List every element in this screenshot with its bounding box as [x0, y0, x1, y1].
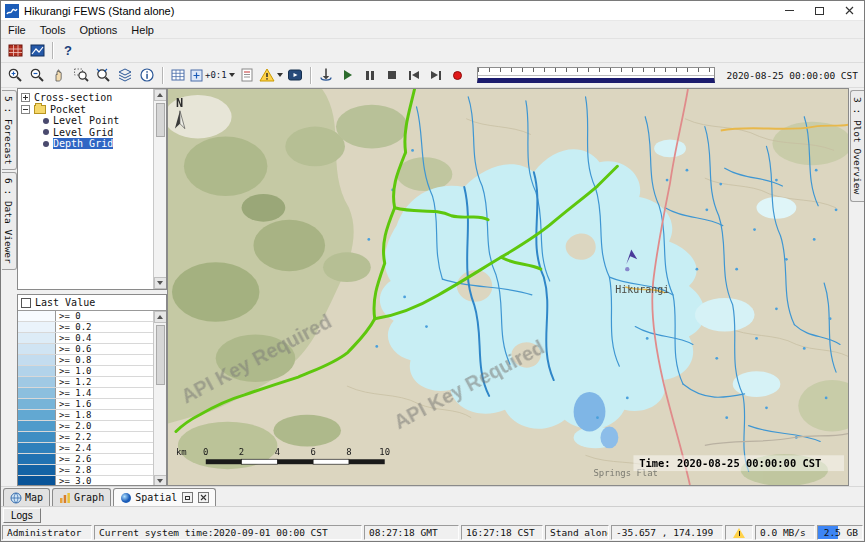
legend-label: >= 1.8	[56, 410, 92, 420]
tree-node-level-grid[interactable]: Level Grid	[21, 127, 151, 139]
legend-row: >= 2.0	[18, 421, 153, 432]
layers-button[interactable]	[114, 65, 136, 85]
animation-display-button[interactable]	[284, 65, 306, 85]
layers-icon	[117, 67, 133, 83]
panel-restore-button[interactable]	[182, 492, 193, 503]
explorer-button[interactable]	[26, 41, 48, 61]
pan-button[interactable]	[48, 65, 70, 85]
pan-hand-icon	[51, 67, 67, 83]
tab-forecast[interactable]: 5 : Forecast	[2, 90, 17, 170]
scale-tick: 10	[379, 447, 390, 457]
right-tab-strip: 3 : Plot Overview	[849, 88, 864, 486]
tree-node-pocket[interactable]: Pocket	[21, 104, 151, 116]
tree-node-depth-grid[interactable]: Depth Grid	[21, 138, 151, 150]
legend-row: >= 2.8	[18, 465, 153, 476]
expand-plus-icon[interactable]	[21, 93, 30, 102]
map-toolbar: +0:1 2020-08-25 00:00:00 CST	[1, 63, 864, 88]
tab-plot-overview[interactable]: 3 : Plot Overview	[850, 90, 864, 202]
scroll-up-icon[interactable]	[154, 311, 167, 323]
map-time-label: Time: 2020-08-25 00:00:00 CST	[633, 455, 844, 471]
menu-help[interactable]: Help	[124, 21, 161, 38]
main-area: 5 : Forecast 6 : Data Viewer Cross-secti…	[1, 88, 864, 486]
skip-to-start-button[interactable]	[403, 65, 425, 85]
title-bar[interactable]: Hikurangi FEWS (Stand alone)	[1, 1, 864, 21]
play-icon	[344, 70, 352, 80]
scale-tick: 2	[239, 447, 244, 457]
tab-graph[interactable]: Graph	[52, 488, 111, 506]
legend-row: >= 2.2	[18, 432, 153, 443]
menu-tools[interactable]: Tools	[33, 21, 73, 38]
legend-label: >= 1.6	[56, 399, 92, 409]
warnings-dropdown[interactable]	[258, 65, 284, 85]
zoom-box-button[interactable]	[70, 65, 92, 85]
legend-label: >= 2.2	[56, 432, 92, 442]
tab-spatial[interactable]: Spatial	[113, 488, 216, 506]
pause-button[interactable]	[359, 65, 381, 85]
database-icon	[8, 43, 23, 58]
zoom-out-icon	[29, 67, 45, 83]
tree-node-label: Level Grid	[53, 127, 113, 138]
scale-tick: 8	[346, 447, 351, 457]
scroll-down-icon[interactable]	[154, 475, 167, 486]
last-value-checkbox[interactable]	[21, 298, 31, 308]
scale-tick: 0	[203, 447, 208, 457]
info-button[interactable]	[136, 65, 158, 85]
help-button[interactable]: ?	[57, 41, 79, 61]
scroll-thumb[interactable]	[156, 325, 165, 385]
zoom-extent-icon	[95, 67, 111, 83]
tree-node-level-point[interactable]: Level Point	[21, 115, 151, 127]
longitudinal-profile-button[interactable]	[236, 65, 258, 85]
scale-unit-label: km	[176, 447, 187, 457]
export-animation-button[interactable]	[315, 65, 337, 85]
legend-color-swatch	[18, 333, 56, 343]
collapse-minus-icon[interactable]	[21, 105, 30, 114]
time-interval-dropdown[interactable]: +0:1	[189, 65, 236, 85]
menu-file[interactable]: File	[1, 21, 33, 38]
legend-label: >= 1.0	[56, 366, 92, 376]
left-tab-strip: 5 : Forecast 6 : Data Viewer	[1, 88, 17, 486]
legend-row: >= 0.6	[18, 344, 153, 355]
legend-color-swatch	[18, 399, 56, 409]
zoom-in-button[interactable]	[4, 65, 26, 85]
legend-color-swatch	[18, 355, 56, 365]
skip-to-end-button[interactable]	[425, 65, 447, 85]
legend-row: >= 3.0	[18, 476, 153, 486]
maximize-button[interactable]	[804, 1, 834, 20]
zoom-extent-button[interactable]	[92, 65, 114, 85]
status-mode: Stand alone	[545, 525, 609, 540]
database-button[interactable]	[4, 41, 26, 61]
download-anchor-icon	[318, 67, 334, 83]
status-warning[interactable]	[725, 525, 753, 540]
tab-data-viewer[interactable]: 6 : Data Viewer	[2, 172, 17, 270]
zoom-box-icon	[73, 67, 89, 83]
scroll-up-icon[interactable]	[154, 89, 167, 101]
grid-display-button[interactable]	[167, 65, 189, 85]
scroll-down-icon[interactable]	[154, 277, 167, 289]
zoom-out-button[interactable]	[26, 65, 48, 85]
skip-start-icon	[409, 71, 419, 80]
close-button[interactable]	[834, 1, 864, 20]
play-button[interactable]	[337, 65, 359, 85]
legend-scrollbar[interactable]	[153, 311, 166, 486]
map-canvas[interactable]: API Key Required API Key Required Hikura…	[168, 89, 848, 485]
tab-map[interactable]: Map	[3, 488, 50, 506]
timeline-slider[interactable]	[477, 67, 716, 83]
legend-row: >= 1.4	[18, 388, 153, 399]
tree-scrollbar[interactable]	[153, 89, 166, 289]
restore-icon	[185, 496, 190, 500]
minimize-button[interactable]	[774, 1, 804, 20]
menu-options[interactable]: Options	[72, 21, 124, 38]
legend-color-swatch	[18, 377, 56, 387]
layer-dot-icon	[43, 129, 49, 135]
legend-color-swatch	[18, 454, 56, 464]
grid-icon	[170, 67, 186, 83]
close-icon	[845, 6, 854, 15]
scroll-thumb[interactable]	[156, 103, 165, 137]
map-view: API Key Required API Key Required Hikura…	[167, 88, 849, 486]
logs-button[interactable]: Logs	[3, 508, 41, 523]
legend-label: >= 1.4	[56, 388, 92, 398]
skip-end-icon	[431, 71, 441, 80]
stop-button[interactable]	[381, 65, 403, 85]
panel-close-button[interactable]	[198, 492, 209, 503]
record-button[interactable]	[447, 65, 469, 85]
